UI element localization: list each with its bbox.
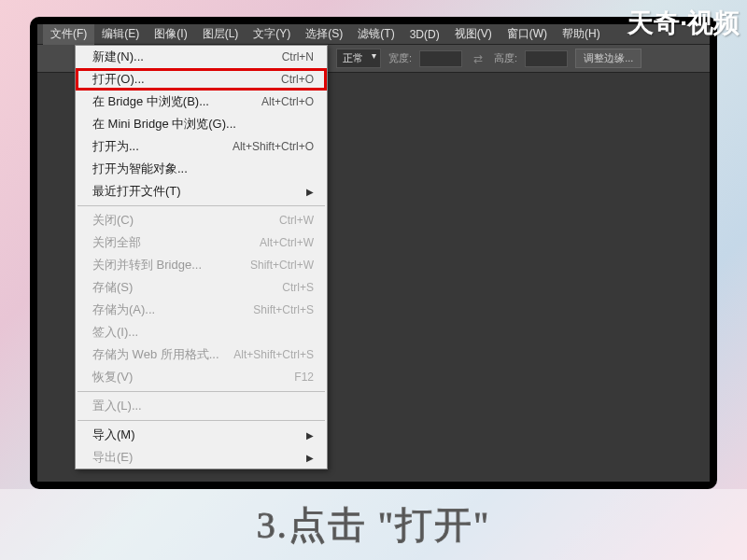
submenu-arrow-icon: ▶ [306,187,314,197]
menu-item[interactable]: 最近打开文件(T)▶ [76,180,327,203]
menu-item-label: 导出(E) [92,449,133,466]
menu-item[interactable]: 打开为智能对象... [76,158,327,180]
menu-item-label: 关闭并转到 Bridge... [92,257,202,273]
menu-item: 签入(I)... [76,321,327,343]
menu-item-label: 打开(O)... [92,71,145,88]
menubar-item[interactable]: 文字(Y) [246,24,298,45]
menu-item: 关闭全部Alt+Ctrl+W [76,231,327,254]
menu-item-label: 导入(M) [92,427,135,443]
menu-item-shortcut: Alt+Shift+Ctrl+O [233,140,314,153]
menu-item-label: 恢复(V) [92,369,133,385]
submenu-arrow-icon: ▶ [306,430,314,441]
step-caption: 3.点击 "打开" [257,499,491,551]
menu-item[interactable]: 在 Bridge 中浏览(B)...Alt+Ctrl+O [76,91,327,113]
menu-item[interactable]: 打开为...Alt+Shift+Ctrl+O [76,135,327,158]
menu-item[interactable]: 在 Mini Bridge 中浏览(G)... [76,113,327,135]
swap-icon[interactable]: ⇄ [470,52,486,65]
menu-item: 关闭并转到 Bridge...Shift+Ctrl+W [76,254,327,276]
blend-mode-select[interactable]: 正常 [336,49,381,68]
watermark-text: 天奇·视频 [627,6,740,41]
menu-item-label: 签入(I)... [92,324,138,341]
menu-item: 存储(S)Ctrl+S [76,276,327,299]
menubar-item[interactable]: 选择(S) [298,24,350,45]
menubar-item[interactable]: 图层(L) [195,24,247,45]
caption-bar: 3.点击 "打开" [0,489,747,560]
menubar-item[interactable]: 编辑(E) [94,24,147,45]
width-input[interactable] [419,50,462,67]
menu-item-shortcut: Ctrl+N [282,50,314,63]
menu-item-label: 打开为智能对象... [92,161,188,177]
width-label: 宽度: [388,51,412,65]
menu-item-shortcut: F12 [294,371,314,384]
menu-item-label: 存储(S) [92,279,133,296]
menu-item-shortcut: Alt+Ctrl+W [260,236,314,249]
menu-item-shortcut: Shift+Ctrl+W [250,259,314,272]
menubar-item[interactable]: 滤镜(T) [350,24,402,45]
menu-item: 关闭(C)Ctrl+W [76,209,327,231]
menu-item-label: 置入(L)... [92,398,142,414]
menu-item-shortcut: Alt+Ctrl+O [261,95,314,108]
menu-item-label: 新建(N)... [92,49,144,65]
menu-item-shortcut: Shift+Ctrl+S [253,303,314,316]
menubar-item[interactable]: 视图(V) [447,24,500,45]
menubar-item[interactable]: 文件(F) [43,24,94,45]
menu-item-label: 在 Mini Bridge 中浏览(G)... [92,116,236,133]
menu-item-label: 最近打开文件(T) [92,183,181,200]
file-menu-dropdown: 新建(N)...Ctrl+N打开(O)...Ctrl+O在 Bridge 中浏览… [75,45,328,469]
menu-item[interactable]: 导入(M)▶ [76,424,327,446]
menu-item: 导出(E)▶ [76,446,327,469]
submenu-arrow-icon: ▶ [306,453,314,463]
menubar: 文件(F)编辑(E)图像(I)图层(L)文字(Y)选择(S)滤镜(T)3D(D)… [37,24,710,45]
menu-item-shortcut: Ctrl+W [279,214,314,227]
menu-item: 恢复(V)F12 [76,366,327,388]
menu-separator [78,420,325,421]
adjust-edges-button[interactable]: 调整边缘... [575,49,641,68]
menubar-item[interactable]: 图像(I) [147,24,194,45]
menu-item-label: 打开为... [92,138,139,155]
menubar-item[interactable]: 窗口(W) [500,24,555,45]
menu-item-shortcut: Alt+Shift+Ctrl+S [233,348,314,361]
app-screen: 文件(F)编辑(E)图像(I)图层(L)文字(Y)选择(S)滤镜(T)3D(D)… [37,24,710,482]
menu-item-shortcut: Ctrl+S [282,281,314,294]
menubar-item[interactable]: 3D(D) [402,25,447,44]
menu-item-label: 存储为 Web 所用格式... [92,346,219,363]
menu-item[interactable]: 打开(O)...Ctrl+O [76,68,327,91]
menu-item: 存储为 Web 所用格式...Alt+Shift+Ctrl+S [76,343,327,366]
menu-item: 存储为(A)...Shift+Ctrl+S [76,299,327,321]
menu-item: 置入(L)... [76,395,327,417]
monitor-frame: 文件(F)编辑(E)图像(I)图层(L)文字(Y)选择(S)滤镜(T)3D(D)… [30,17,717,489]
height-label: 高度: [494,51,517,65]
height-input[interactable] [525,50,568,67]
menu-separator [78,205,325,206]
menu-item-label: 存储为(A)... [92,301,155,318]
menu-item[interactable]: 新建(N)...Ctrl+N [76,46,327,68]
menu-item-shortcut: Ctrl+O [281,73,314,86]
menu-item-label: 关闭(C) [92,212,134,229]
menu-separator [78,391,325,392]
menu-item-label: 在 Bridge 中浏览(B)... [92,93,209,110]
menu-item-label: 关闭全部 [92,234,141,251]
menubar-item[interactable]: 帮助(H) [555,24,608,45]
